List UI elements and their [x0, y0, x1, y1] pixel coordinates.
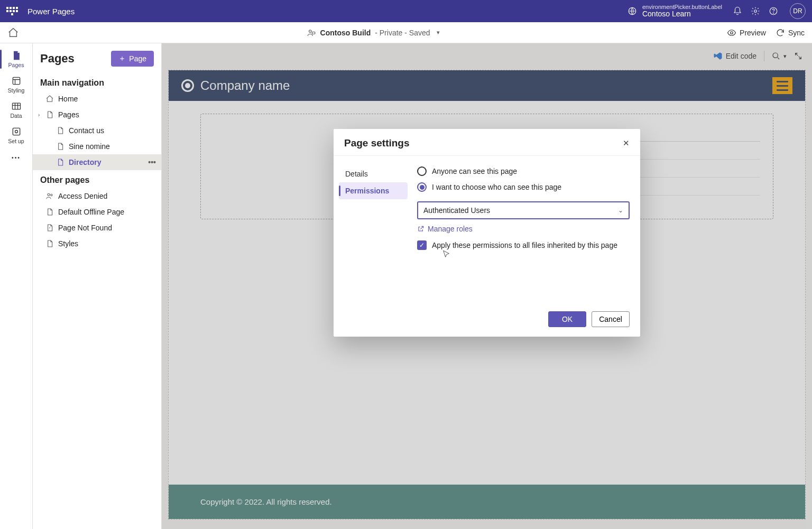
tab-permissions[interactable]: Permissions — [339, 182, 408, 199]
section-other-pages: Other pages — [33, 170, 161, 188]
nav-item-sine-nomine[interactable]: Sine nomine — [33, 138, 161, 154]
panel-title: Pages — [40, 52, 75, 66]
modal-tabs: Details Permissions — [334, 156, 413, 304]
document-warning-icon — [45, 224, 54, 232]
ok-button[interactable]: OK — [548, 311, 586, 327]
svg-point-4 — [309, 30, 311, 32]
sync-icon — [776, 28, 785, 38]
environment-icon — [628, 6, 637, 16]
site-name: Contoso Build — [320, 29, 371, 37]
site-meta: - Private - Saved — [375, 29, 430, 37]
main-nav-list: Home › Pages Contact us Sine nomine Dire… — [33, 91, 161, 170]
modal-form: Anyone can see this page I want to choos… — [413, 156, 640, 304]
environment-name: Contoso Learn — [642, 10, 722, 18]
nav-item-access-denied[interactable]: Access Denied — [33, 188, 161, 204]
notifications-icon[interactable] — [733, 6, 751, 16]
nav-item-directory[interactable]: Directory ••• — [33, 154, 161, 170]
radio-selected-icon — [417, 182, 427, 192]
nav-item-styles[interactable]: Styles — [33, 236, 161, 252]
radio-icon — [417, 166, 427, 176]
svg-rect-7 — [13, 77, 20, 84]
radio-anyone[interactable]: Anyone can see this page — [417, 163, 630, 179]
document-icon — [56, 158, 64, 166]
plus-icon: ＋ — [118, 54, 126, 63]
role-select[interactable]: Authenticated Users ⌄ — [417, 201, 630, 219]
more-icon: ••• — [12, 154, 21, 161]
other-pages-list: Access Denied Default Offline Page Page … — [33, 188, 161, 252]
rail-item-setup[interactable]: Set up — [0, 123, 32, 148]
document-icon — [56, 126, 64, 135]
manage-roles-link[interactable]: Manage roles — [417, 225, 630, 233]
site-picker[interactable]: Contoso Build - Private - Saved ▾ — [19, 28, 727, 38]
left-panel: Pages ＋ Page Main navigation Home › Page… — [33, 43, 162, 529]
section-main-navigation: Main navigation — [33, 73, 161, 91]
setup-icon — [11, 126, 22, 137]
svg-point-12 — [51, 194, 52, 196]
pages-icon — [11, 50, 22, 61]
settings-icon[interactable] — [751, 6, 769, 16]
rail-item-more[interactable]: ••• — [0, 148, 32, 167]
home-icon — [45, 95, 54, 103]
add-page-button[interactable]: ＋ Page — [111, 51, 154, 67]
app-launcher-icon[interactable] — [6, 5, 18, 17]
svg-point-3 — [773, 13, 774, 13]
environment-label: environmentPicker.buttonLabel — [642, 4, 722, 10]
page-settings-modal: Page settings ✕ Details Permissions Anyo… — [334, 129, 640, 337]
svg-point-6 — [731, 31, 733, 34]
more-icon[interactable]: ••• — [148, 158, 156, 166]
nav-item-offline[interactable]: Default Offline Page — [33, 204, 161, 220]
eye-icon — [727, 28, 736, 38]
document-icon — [45, 208, 54, 216]
svg-point-1 — [754, 10, 757, 13]
canvas-area: Edit code ▾ Company name — [162, 43, 812, 529]
cancel-button[interactable]: Cancel — [592, 311, 630, 327]
nav-item-pages[interactable]: › Pages — [33, 107, 161, 123]
styling-icon — [11, 76, 22, 86]
chevron-down-icon: ⌄ — [618, 207, 623, 214]
apply-inherit-checkbox[interactable]: ✓ Apply these permissions to all files i… — [417, 240, 630, 250]
modal-overlay: Page settings ✕ Details Permissions Anyo… — [162, 43, 812, 529]
preview-button[interactable]: Preview — [727, 28, 766, 38]
workspace-rail: Pages Styling Data Set up ••• — [0, 43, 33, 529]
help-icon[interactable] — [769, 6, 787, 16]
sync-button[interactable]: Sync — [776, 28, 805, 38]
rail-item-styling[interactable]: Styling — [0, 72, 32, 97]
brand-label[interactable]: Power Pages — [27, 7, 75, 16]
chevron-down-icon[interactable]: ▾ — [437, 29, 440, 36]
nav-item-contact[interactable]: Contact us — [33, 123, 161, 138]
rail-item-data[interactable]: Data — [0, 97, 32, 123]
radio-choose[interactable]: I want to choose who can see this page — [417, 179, 630, 195]
command-bar: Contoso Build - Private - Saved ▾ Previe… — [0, 22, 812, 43]
open-link-icon — [417, 225, 425, 233]
close-icon[interactable]: ✕ — [623, 138, 630, 148]
chevron-right-icon[interactable]: › — [38, 112, 40, 118]
document-icon — [56, 142, 64, 151]
data-icon — [11, 101, 22, 112]
nav-item-home[interactable]: Home — [33, 91, 161, 107]
svg-rect-8 — [12, 103, 20, 109]
user-avatar[interactable]: DR — [790, 3, 806, 19]
people-icon — [45, 192, 54, 200]
document-icon — [45, 239, 54, 248]
rail-item-pages[interactable]: Pages — [0, 47, 32, 72]
svg-rect-5 — [312, 32, 315, 34]
suite-bar: Power Pages environmentPicker.buttonLabe… — [0, 0, 812, 22]
svg-point-11 — [48, 193, 50, 196]
nav-item-not-found[interactable]: Page Not Found — [33, 220, 161, 236]
home-icon[interactable] — [7, 27, 19, 39]
svg-rect-9 — [13, 128, 20, 135]
environment-picker[interactable]: environmentPicker.buttonLabel Contoso Le… — [628, 4, 722, 18]
svg-point-10 — [15, 131, 17, 133]
document-icon — [45, 110, 54, 119]
workspace: Pages Styling Data Set up ••• Pages ＋ Pa… — [0, 43, 812, 529]
tab-details[interactable]: Details — [339, 165, 408, 182]
checkbox-checked-icon: ✓ — [417, 240, 427, 250]
modal-title: Page settings — [344, 137, 410, 149]
site-icon — [307, 28, 316, 38]
